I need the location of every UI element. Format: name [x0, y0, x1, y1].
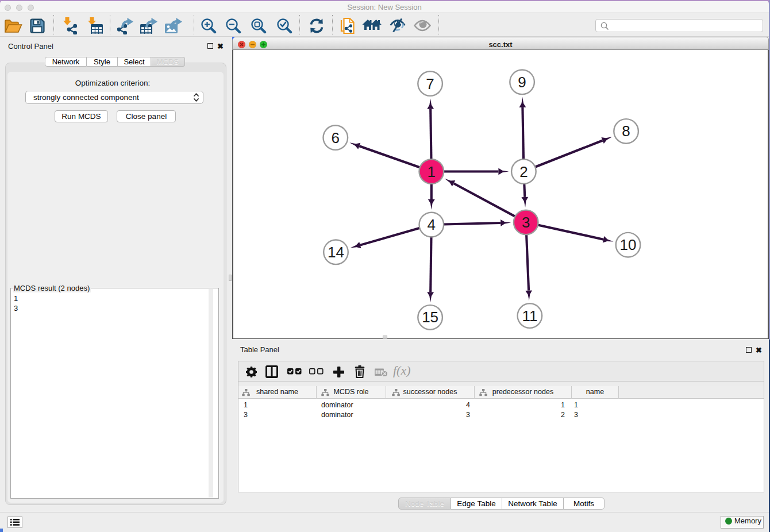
svg-text:7: 7: [426, 75, 434, 92]
svg-text:15: 15: [422, 309, 438, 326]
svg-text:3: 3: [522, 214, 530, 231]
svg-text:10: 10: [620, 236, 637, 253]
svg-text:1: 1: [428, 163, 436, 180]
svg-text:8: 8: [622, 122, 630, 140]
svg-text:14: 14: [328, 244, 344, 261]
svg-text:4: 4: [428, 216, 436, 233]
svg-text:2: 2: [519, 163, 528, 180]
svg-text:6: 6: [332, 129, 340, 147]
svg-text:9: 9: [518, 74, 526, 91]
svg-text:11: 11: [522, 307, 537, 325]
